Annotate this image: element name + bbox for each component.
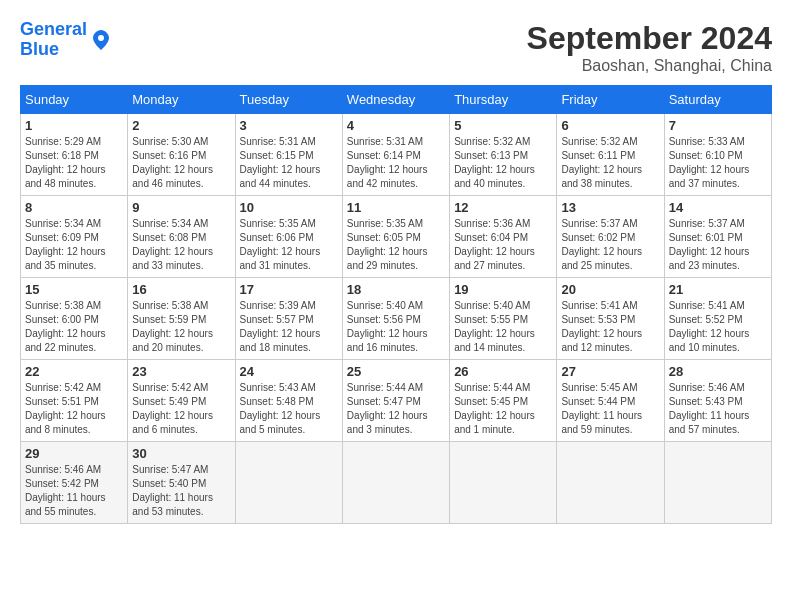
day-number: 7	[669, 118, 767, 133]
calendar-week-4: 22 Sunrise: 5:42 AM Sunset: 5:51 PM Dayl…	[21, 360, 772, 442]
calendar-cell: 24 Sunrise: 5:43 AM Sunset: 5:48 PM Dayl…	[235, 360, 342, 442]
calendar-cell: 30 Sunrise: 5:47 AM Sunset: 5:40 PM Dayl…	[128, 442, 235, 524]
calendar-cell: 23 Sunrise: 5:42 AM Sunset: 5:49 PM Dayl…	[128, 360, 235, 442]
day-number: 11	[347, 200, 445, 215]
day-info: Sunrise: 5:46 AM Sunset: 5:43 PM Dayligh…	[669, 381, 767, 437]
calendar-cell: 14 Sunrise: 5:37 AM Sunset: 6:01 PM Dayl…	[664, 196, 771, 278]
calendar-cell: 18 Sunrise: 5:40 AM Sunset: 5:56 PM Dayl…	[342, 278, 449, 360]
day-info: Sunrise: 5:44 AM Sunset: 5:47 PM Dayligh…	[347, 381, 445, 437]
calendar-cell: 10 Sunrise: 5:35 AM Sunset: 6:06 PM Dayl…	[235, 196, 342, 278]
day-info: Sunrise: 5:39 AM Sunset: 5:57 PM Dayligh…	[240, 299, 338, 355]
day-number: 16	[132, 282, 230, 297]
day-info: Sunrise: 5:34 AM Sunset: 6:09 PM Dayligh…	[25, 217, 123, 273]
day-info: Sunrise: 5:40 AM Sunset: 5:55 PM Dayligh…	[454, 299, 552, 355]
day-info: Sunrise: 5:38 AM Sunset: 6:00 PM Dayligh…	[25, 299, 123, 355]
day-info: Sunrise: 5:36 AM Sunset: 6:04 PM Dayligh…	[454, 217, 552, 273]
calendar-cell: 1 Sunrise: 5:29 AM Sunset: 6:18 PM Dayli…	[21, 114, 128, 196]
day-info: Sunrise: 5:30 AM Sunset: 6:16 PM Dayligh…	[132, 135, 230, 191]
day-info: Sunrise: 5:37 AM Sunset: 6:02 PM Dayligh…	[561, 217, 659, 273]
day-number: 6	[561, 118, 659, 133]
calendar-cell	[342, 442, 449, 524]
calendar-cell: 3 Sunrise: 5:31 AM Sunset: 6:15 PM Dayli…	[235, 114, 342, 196]
calendar-body: 1 Sunrise: 5:29 AM Sunset: 6:18 PM Dayli…	[21, 114, 772, 524]
day-info: Sunrise: 5:35 AM Sunset: 6:05 PM Dayligh…	[347, 217, 445, 273]
day-info: Sunrise: 5:47 AM Sunset: 5:40 PM Dayligh…	[132, 463, 230, 519]
calendar-cell	[235, 442, 342, 524]
logo: GeneralBlue	[20, 20, 113, 60]
header-row: SundayMondayTuesdayWednesdayThursdayFrid…	[21, 86, 772, 114]
day-info: Sunrise: 5:42 AM Sunset: 5:51 PM Dayligh…	[25, 381, 123, 437]
day-number: 29	[25, 446, 123, 461]
day-number: 22	[25, 364, 123, 379]
calendar-cell: 21 Sunrise: 5:41 AM Sunset: 5:52 PM Dayl…	[664, 278, 771, 360]
header-day-monday: Monday	[128, 86, 235, 114]
day-number: 21	[669, 282, 767, 297]
calendar-cell: 25 Sunrise: 5:44 AM Sunset: 5:47 PM Dayl…	[342, 360, 449, 442]
day-number: 12	[454, 200, 552, 215]
header-day-wednesday: Wednesday	[342, 86, 449, 114]
header-day-saturday: Saturday	[664, 86, 771, 114]
calendar-table: SundayMondayTuesdayWednesdayThursdayFrid…	[20, 85, 772, 524]
day-info: Sunrise: 5:42 AM Sunset: 5:49 PM Dayligh…	[132, 381, 230, 437]
day-number: 1	[25, 118, 123, 133]
calendar-week-1: 1 Sunrise: 5:29 AM Sunset: 6:18 PM Dayli…	[21, 114, 772, 196]
calendar-cell: 12 Sunrise: 5:36 AM Sunset: 6:04 PM Dayl…	[450, 196, 557, 278]
day-info: Sunrise: 5:37 AM Sunset: 6:01 PM Dayligh…	[669, 217, 767, 273]
calendar-cell: 17 Sunrise: 5:39 AM Sunset: 5:57 PM Dayl…	[235, 278, 342, 360]
day-number: 15	[25, 282, 123, 297]
calendar-week-5: 29 Sunrise: 5:46 AM Sunset: 5:42 PM Dayl…	[21, 442, 772, 524]
calendar-cell: 29 Sunrise: 5:46 AM Sunset: 5:42 PM Dayl…	[21, 442, 128, 524]
day-info: Sunrise: 5:43 AM Sunset: 5:48 PM Dayligh…	[240, 381, 338, 437]
calendar-cell: 16 Sunrise: 5:38 AM Sunset: 5:59 PM Dayl…	[128, 278, 235, 360]
calendar-cell: 11 Sunrise: 5:35 AM Sunset: 6:05 PM Dayl…	[342, 196, 449, 278]
day-number: 17	[240, 282, 338, 297]
calendar-cell: 28 Sunrise: 5:46 AM Sunset: 5:43 PM Dayl…	[664, 360, 771, 442]
day-number: 26	[454, 364, 552, 379]
header-day-friday: Friday	[557, 86, 664, 114]
day-info: Sunrise: 5:33 AM Sunset: 6:10 PM Dayligh…	[669, 135, 767, 191]
day-number: 5	[454, 118, 552, 133]
day-number: 10	[240, 200, 338, 215]
day-number: 23	[132, 364, 230, 379]
logo-text: GeneralBlue	[20, 20, 87, 60]
day-number: 25	[347, 364, 445, 379]
day-number: 24	[240, 364, 338, 379]
calendar-cell: 9 Sunrise: 5:34 AM Sunset: 6:08 PM Dayli…	[128, 196, 235, 278]
day-number: 30	[132, 446, 230, 461]
day-number: 13	[561, 200, 659, 215]
header-day-thursday: Thursday	[450, 86, 557, 114]
day-info: Sunrise: 5:41 AM Sunset: 5:52 PM Dayligh…	[669, 299, 767, 355]
header-day-sunday: Sunday	[21, 86, 128, 114]
title-block: September 2024 Baoshan, Shanghai, China	[527, 20, 772, 75]
calendar-cell: 15 Sunrise: 5:38 AM Sunset: 6:00 PM Dayl…	[21, 278, 128, 360]
page-header: GeneralBlue September 2024 Baoshan, Shan…	[20, 20, 772, 75]
calendar-cell: 5 Sunrise: 5:32 AM Sunset: 6:13 PM Dayli…	[450, 114, 557, 196]
day-number: 9	[132, 200, 230, 215]
calendar-cell: 4 Sunrise: 5:31 AM Sunset: 6:14 PM Dayli…	[342, 114, 449, 196]
calendar-header: SundayMondayTuesdayWednesdayThursdayFrid…	[21, 86, 772, 114]
calendar-cell	[664, 442, 771, 524]
logo-icon	[89, 28, 113, 52]
calendar-week-3: 15 Sunrise: 5:38 AM Sunset: 6:00 PM Dayl…	[21, 278, 772, 360]
day-number: 3	[240, 118, 338, 133]
day-info: Sunrise: 5:32 AM Sunset: 6:13 PM Dayligh…	[454, 135, 552, 191]
calendar-cell: 27 Sunrise: 5:45 AM Sunset: 5:44 PM Dayl…	[557, 360, 664, 442]
calendar-cell: 7 Sunrise: 5:33 AM Sunset: 6:10 PM Dayli…	[664, 114, 771, 196]
day-info: Sunrise: 5:40 AM Sunset: 5:56 PM Dayligh…	[347, 299, 445, 355]
calendar-cell	[450, 442, 557, 524]
day-number: 4	[347, 118, 445, 133]
calendar-cell: 22 Sunrise: 5:42 AM Sunset: 5:51 PM Dayl…	[21, 360, 128, 442]
calendar-cell: 6 Sunrise: 5:32 AM Sunset: 6:11 PM Dayli…	[557, 114, 664, 196]
day-info: Sunrise: 5:35 AM Sunset: 6:06 PM Dayligh…	[240, 217, 338, 273]
day-info: Sunrise: 5:31 AM Sunset: 6:15 PM Dayligh…	[240, 135, 338, 191]
location: Baoshan, Shanghai, China	[527, 57, 772, 75]
day-number: 2	[132, 118, 230, 133]
calendar-cell: 13 Sunrise: 5:37 AM Sunset: 6:02 PM Dayl…	[557, 196, 664, 278]
day-info: Sunrise: 5:29 AM Sunset: 6:18 PM Dayligh…	[25, 135, 123, 191]
day-info: Sunrise: 5:41 AM Sunset: 5:53 PM Dayligh…	[561, 299, 659, 355]
day-info: Sunrise: 5:34 AM Sunset: 6:08 PM Dayligh…	[132, 217, 230, 273]
day-number: 8	[25, 200, 123, 215]
day-info: Sunrise: 5:38 AM Sunset: 5:59 PM Dayligh…	[132, 299, 230, 355]
month-title: September 2024	[527, 20, 772, 57]
day-info: Sunrise: 5:31 AM Sunset: 6:14 PM Dayligh…	[347, 135, 445, 191]
